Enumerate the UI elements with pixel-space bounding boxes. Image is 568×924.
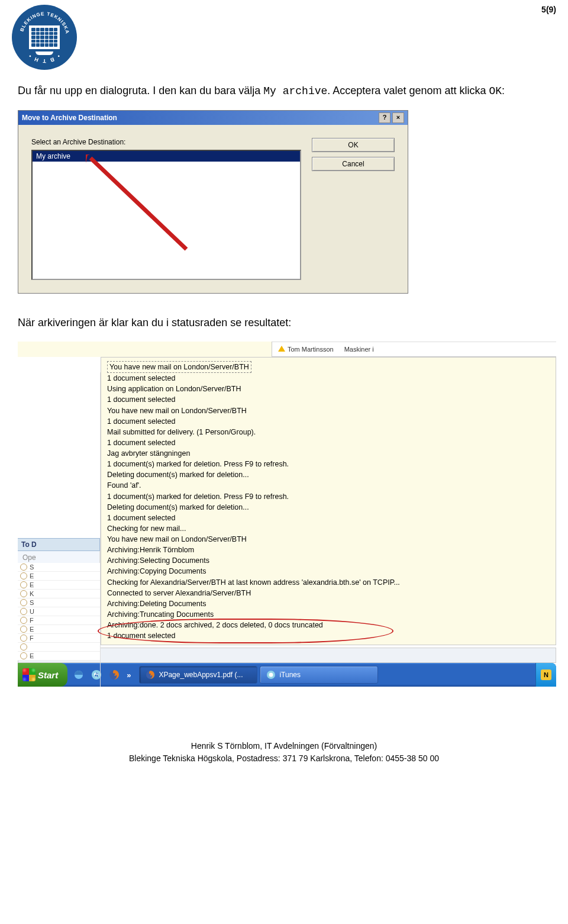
clock-icon <box>20 635 27 642</box>
log-line: 1 document(s) marked for deletion. Press… <box>107 459 550 469</box>
status-log-screenshot: Tom Martinsson Maskiner i To D Ope S E E… <box>18 342 556 687</box>
log-line: Found 'af'. <box>107 480 550 491</box>
bth-logo: BLEKINGE TEKNISKA HÖG • B T H • <box>12 5 77 70</box>
warning-icon <box>278 346 285 352</box>
log-line: 1 document selected <box>107 416 550 427</box>
dialog-titlebar: Move to Archive Destination ? × <box>18 111 408 125</box>
list-item-my-archive[interactable]: My archive <box>33 151 300 162</box>
archive-destination-listbox[interactable]: My archive <box>31 150 301 280</box>
log-line: You have new mail on London/Server/BTH <box>107 405 550 416</box>
sidebar-calendar-item[interactable]: F <box>18 634 100 643</box>
log-line: Deleting document(s) marked for deletion… <box>107 502 550 513</box>
quicklaunch-more-icon[interactable]: » <box>124 671 133 680</box>
log-line: Archiving:Deleting Documents <box>107 598 550 609</box>
clock-icon <box>20 564 27 571</box>
log-line: 1 document selected <box>107 394 550 405</box>
footer-line-2: Blekinge Tekniska Högskola, Postadress: … <box>18 752 550 765</box>
clock-icon <box>20 581 27 588</box>
log-line: Archiving:Henrik Törnblom <box>107 545 550 555</box>
paragraph-1: Du får nu upp en dialogruta. I den kan d… <box>18 83 550 99</box>
clock-icon <box>20 599 27 606</box>
log-line: 1 document selected <box>107 630 550 641</box>
text: Du får nu upp en dialogruta. I den kan d… <box>18 85 263 96</box>
log-line: 1 document(s) marked for deletion. Press… <box>107 491 550 502</box>
sidebar-calendar-item[interactable]: F <box>18 616 100 625</box>
sidebar-calendar-item[interactable]: E <box>18 652 100 661</box>
sidebar-item-ope[interactable]: Ope <box>18 551 100 563</box>
log-line: Archiving:Truncating Documents <box>107 609 550 620</box>
tray-norton-icon[interactable]: N <box>541 669 551 680</box>
svg-line-2 <box>91 158 186 249</box>
log-line: 1 document selected <box>107 513 550 523</box>
footer-line-1: Henrik S Törnblom, IT Avdelningen (Förva… <box>18 740 550 752</box>
log-line: Using application on London/Server/BTH <box>107 384 550 394</box>
clock-icon <box>20 608 27 615</box>
text: : <box>502 85 505 96</box>
svg-point-9 <box>269 673 273 677</box>
left-sidebar: To D Ope S E E K S U F E F E ◄ <box>18 372 101 687</box>
itunes-icon <box>266 670 276 680</box>
todo-section-header[interactable]: To D <box>18 538 100 551</box>
ok-button[interactable]: OK <box>312 138 395 152</box>
log-line: Jag avbryter stängningen <box>107 448 550 459</box>
log-line: Checking for Alexandria/Server/BTH at la… <box>107 577 550 588</box>
sidebar-calendar-item[interactable]: U <box>18 607 100 616</box>
system-tray: N <box>535 663 556 687</box>
log-line: Archiving:Selecting Documents <box>107 555 550 566</box>
log-line: 1 document selected <box>107 373 550 384</box>
log-line: 1 document selected <box>107 437 550 448</box>
logo-screen-icon <box>29 25 60 49</box>
clock-icon <box>20 617 27 624</box>
archive-dialog: Move to Archive Destination ? × Select a… <box>18 110 408 294</box>
log-line: Archiving:done. 2 docs archived, 2 docs … <box>107 620 550 630</box>
log-line: Mail submitted for delivery. (1 Person/G… <box>107 427 550 437</box>
clock-icon <box>20 572 27 579</box>
clock-icon <box>20 643 27 651</box>
list-header-row: Tom Martinsson Maskiner i <box>272 342 556 356</box>
start-label: Start <box>38 670 58 680</box>
start-button[interactable]: Start <box>18 663 67 687</box>
log-line: Deleting document(s) marked for deletion… <box>107 469 550 480</box>
clock-icon <box>20 626 27 633</box>
taskbar-task-pdf[interactable]: XPage_webAppsv1.pdf (... <box>139 666 257 684</box>
code-text: My archive <box>263 85 327 97</box>
text: . Acceptera valet genom att klicka <box>327 85 489 96</box>
clock-icon <box>20 652 27 659</box>
sidebar-calendar-item[interactable]: K <box>18 590 100 598</box>
log-line: Checking for new mail... <box>107 523 550 534</box>
sidebar-calendar-item[interactable]: E <box>18 572 100 581</box>
task-label: iTunes <box>279 671 301 679</box>
code-text: OK <box>489 85 502 97</box>
log-line: Connected to server Alexandria/Server/BT… <box>107 588 550 598</box>
help-icon[interactable]: ? <box>379 112 390 123</box>
archive-destination-label: Select an Archive Destination: <box>31 138 301 146</box>
close-icon[interactable]: × <box>392 112 404 123</box>
sidebar-calendar-item[interactable]: E <box>18 625 100 634</box>
sidebar-calendar-item[interactable]: E <box>18 581 100 590</box>
header-name: Tom Martinsson <box>288 346 334 353</box>
log-line: You have new mail on London/Server/BTH <box>107 361 550 373</box>
status-log: You have new mail on London/Server/BTH1 … <box>101 357 556 645</box>
sidebar-calendar-item[interactable]: S <box>18 563 100 572</box>
task-label: XPage_webAppsv1.pdf (... <box>159 671 243 679</box>
header-col2: Maskiner i <box>344 346 374 353</box>
dialog-title-text: Move to Archive Destination <box>22 114 117 122</box>
page-footer: Henrik S Törnblom, IT Avdelningen (Förva… <box>18 740 550 765</box>
sidebar-calendar-item[interactable]: S <box>18 598 100 607</box>
quicklaunch-firefox-icon[interactable] <box>106 667 122 682</box>
taskbar-task-itunes[interactable]: iTunes <box>260 666 378 684</box>
log-line: Archiving:Copying Documents <box>107 566 550 577</box>
sidebar-calendar-item[interactable] <box>18 643 100 652</box>
firefox-icon <box>146 670 155 680</box>
paragraph-2: När arkiveringen är klar kan du i status… <box>18 315 550 331</box>
page-number: 5(9) <box>541 5 556 14</box>
log-line: You have new mail on London/Server/BTH <box>107 534 550 545</box>
clock-icon <box>20 590 27 597</box>
cancel-button[interactable]: Cancel <box>312 157 395 171</box>
red-arrow-annotation <box>86 154 240 280</box>
